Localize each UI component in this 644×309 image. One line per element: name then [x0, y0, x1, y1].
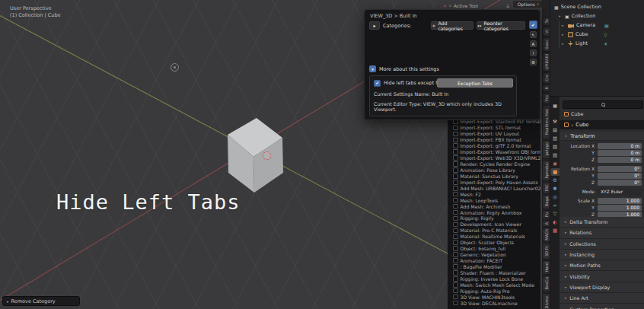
section-visibility[interactable]: ▸Visibility — [560, 271, 644, 282]
addon-list-item[interactable]: Animation: Rigify Animbox — [448, 209, 540, 215]
disclosure-right-icon[interactable]: ▸ — [562, 24, 566, 27]
outliner-object-row-camera[interactable]: ▸Camera▤ — [560, 21, 644, 30]
hide-left-tabs-checkbox[interactable]: ✔ — [374, 80, 381, 87]
properties-editor[interactable]: ▦⚒▤▥▧▨◉■⚙✱◎∞▽◐▩ Cube ∨ Cube ∨ Transform … — [550, 97, 644, 309]
addon-checkbox[interactable] — [453, 252, 458, 257]
addon-checkbox[interactable] — [453, 204, 458, 209]
addon-list-item[interactable]: Mesh: F2 — [448, 191, 540, 197]
outliner-collection-row[interactable]: ▾ ▣ Collection — [550, 11, 644, 21]
field-value[interactable]: 0° — [598, 166, 642, 172]
mode-dropdown[interactable]: XYZ Euler — [598, 189, 642, 195]
disclosure-right-icon[interactable]: ▸ — [562, 42, 566, 46]
addon-list-item[interactable]: Add Mesh: Archimesh — [448, 203, 540, 209]
addon-list-item[interactable]: Mesh: LoopTools — [448, 197, 540, 203]
properties-tab-modifiers[interactable]: ⚙ — [550, 177, 560, 184]
addon-checkbox[interactable] — [453, 258, 458, 263]
addon-checkbox[interactable] — [453, 240, 458, 245]
remove-category-button[interactable]: ▸ Remove Category — [2, 296, 80, 306]
sidebar-tab-vi[interactable]: Vi — [542, 27, 550, 36]
section-custom-properties[interactable]: ▸Custom Properties — [560, 304, 644, 309]
addon-checkbox[interactable] — [453, 126, 458, 131]
properties-tab-tool[interactable]: ⚒ — [550, 118, 560, 126]
addon-list-item[interactable]: : BagaPie Modifier — [448, 264, 540, 270]
addon-list-item[interactable]: Import-Export: UV Layout — [448, 131, 540, 137]
field-value[interactable]: 1.000 — [598, 205, 642, 211]
sidebar-tab-pu[interactable]: Pu — [542, 210, 550, 219]
sidebar-tab-mach[interactable]: MACh — [542, 228, 550, 242]
menu-icon[interactable]: ☰ — [506, 4, 509, 8]
properties-tab-scene[interactable]: ▨ — [550, 151, 560, 159]
sidebar-tab-realtime-mat[interactable]: Realtime Mat — [542, 105, 550, 139]
addon-list-item[interactable]: Object: botaniq_full — [448, 246, 540, 252]
addon-checkbox[interactable] — [453, 143, 458, 148]
addon-checkbox[interactable] — [453, 161, 458, 167]
addon-checkbox[interactable] — [453, 132, 458, 137]
addon-checkbox[interactable] — [453, 155, 458, 161]
addon-checkbox[interactable] — [453, 228, 458, 234]
addon-checkbox[interactable] — [453, 234, 458, 240]
addon-list-item[interactable]: Material: Pro-C Materials — [448, 228, 540, 234]
sidebar-tab-pro[interactable]: Pro — [542, 93, 550, 105]
addon-list-item[interactable]: Rigging: Rigify — [448, 215, 540, 221]
sidebar-tabstrip[interactable]: ToViSancURBANICreRProRealtime MatpolygoR… — [542, 17, 550, 309]
settings-button[interactable]: ⚙ — [530, 59, 537, 65]
addon-checkbox[interactable] — [453, 120, 458, 124]
cursor-button[interactable]: ↖ — [530, 31, 537, 38]
sidebar-tab-hard[interactable]: Hard — [542, 260, 550, 275]
properties-tab-constraints[interactable]: ∞ — [550, 202, 560, 209]
properties-tab-material[interactable]: ◐ — [550, 218, 560, 226]
addon-list-item[interactable]: Import-Export: FBX format — [448, 137, 540, 143]
sidebar-tab-rproduc[interactable]: Rproduc — [542, 160, 550, 181]
addon-list-item[interactable]: Import-Export: Web3D X3D/VRML2 format — [448, 155, 540, 161]
addon-checkbox[interactable] — [453, 192, 458, 197]
sidebar-tab-divine[interactable]: Divine — [542, 293, 550, 309]
section-viewport-display[interactable]: ▸Viewport Display — [560, 282, 644, 293]
outliner-editor[interactable]: ▦ Scene Collection ▾ ▣ Collection ▸Camer… — [550, 0, 644, 97]
properties-tab-column[interactable]: ▦⚒▤▥▧▨◉■⚙✱◎∞▽◐▩ — [550, 97, 560, 309]
disclosure-down-icon[interactable]: ▾ — [559, 14, 563, 18]
sidebar-tab-urbani[interactable]: URBANI — [542, 53, 550, 72]
addon-list-item[interactable]: Animation: Pose Library — [448, 167, 540, 174]
disclosure-right-icon[interactable]: ▸ — [562, 33, 566, 37]
addon-list-item[interactable]: Mesh: Switch Mesh Select Mode — [448, 282, 540, 288]
field-value[interactable]: 0 m — [598, 157, 642, 163]
addon-checkbox[interactable] — [453, 186, 458, 191]
addon-checkbox[interactable] — [453, 295, 458, 300]
addon-checkbox[interactable] — [453, 138, 458, 143]
addon-list-item[interactable]: 3D View: DECALmachine — [448, 300, 540, 306]
section-motion-paths[interactable]: ▸Motion Paths — [560, 260, 644, 271]
sidebar-tab-a[interactable]: A — [542, 220, 550, 227]
sidebar-tab-3d-pr[interactable]: 3D-Pr — [542, 243, 550, 260]
exception-tabs-button[interactable]: Exception Tabs — [437, 78, 513, 88]
properties-tab-render[interactable]: ▤ — [550, 126, 560, 134]
addon-checkbox[interactable] — [453, 222, 458, 228]
field-value[interactable]: 0° — [598, 180, 642, 186]
addon-list-item[interactable]: Rigging: Inverse Lock Bone — [448, 276, 540, 282]
section-instancing[interactable]: ▸Instancing — [560, 250, 644, 260]
sidebar-tab-cre[interactable]: Cre — [542, 72, 550, 84]
addon-list-item[interactable]: Import-Export: Wavefront OBJ format (leg… — [448, 149, 540, 155]
addon-list-item[interactable]: Generic: Vegetation — [448, 252, 540, 258]
addon-checkbox[interactable] — [453, 210, 458, 215]
addon-exception-list[interactable]: Import-Export: Stanford PLY formatImport… — [448, 120, 540, 309]
addon-list-item[interactable]: Import-Export: STL format — [448, 125, 540, 131]
addon-list-item[interactable]: 3D View: MACHIN3tools — [448, 294, 540, 300]
addon-list-item[interactable]: Object: Scatter Objects — [448, 240, 540, 246]
addon-list-item[interactable]: Import-Export: glTF 2.0 format — [448, 143, 540, 149]
field-value[interactable]: 1.000 — [598, 198, 642, 204]
addon-list-item[interactable]: Render: Cycles Render Engine — [448, 161, 540, 167]
categories-disclosure-button[interactable]: ▸ — [369, 21, 380, 30]
sidebar-tab-baga[interactable]: Baga — [542, 195, 550, 209]
info-button[interactable]: ! — [530, 49, 537, 56]
addon-checkbox[interactable] — [453, 167, 458, 173]
sidebar-tab-boxcu[interactable]: BoxCu — [542, 276, 550, 292]
object-name-header[interactable]: ∨ Cube — [560, 120, 644, 129]
field-value[interactable]: 0° — [598, 173, 642, 179]
addon-list-item[interactable]: Material: Sanctus Library — [448, 173, 540, 179]
addon-list-item[interactable]: Import-Export: Poly Haven Assets — [448, 179, 540, 185]
addon-list-item[interactable]: Rigging: Auto-Rig Pro — [448, 288, 540, 294]
sidebar-tab-polygo[interactable]: polygo — [542, 140, 550, 159]
addon-list-item[interactable]: Development: Icon Viewer — [448, 221, 540, 228]
addon-checkbox[interactable] — [453, 301, 458, 306]
sidebar-tab-fac[interactable]: FAC — [542, 182, 550, 194]
